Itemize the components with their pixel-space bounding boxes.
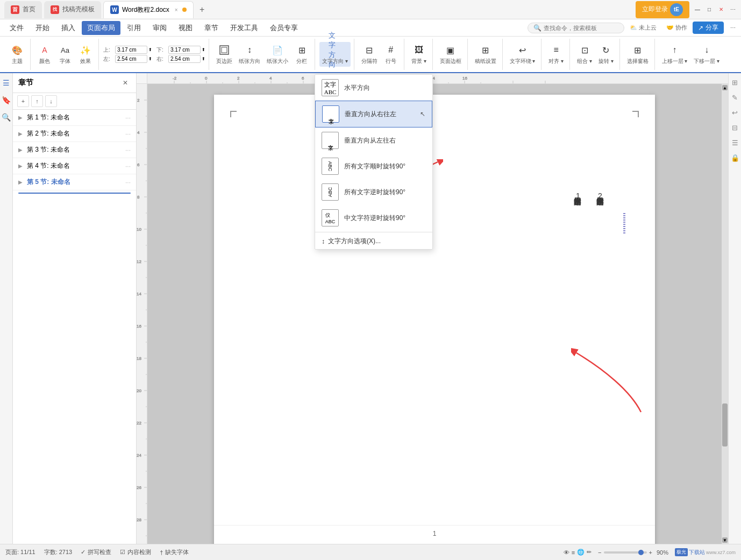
right-icon-4[interactable]: ⊟ (730, 123, 740, 132)
zoom-thumb[interactable] (638, 550, 644, 555)
chapter-item-5[interactable]: ▶ 第 5 节: 未命名 ··· (13, 174, 136, 190)
scroll-up-button[interactable]: ▲ (722, 85, 728, 90)
line-number-button[interactable]: # 行号 (381, 42, 401, 67)
v-scrollbar[interactable]: ▲ ▼ (722, 84, 728, 544)
nav-search-icon[interactable]: 🔍 (1, 112, 12, 123)
menu-opt-cjk-ccw90[interactable]: 仪ABC 中文字符逆时旋转90° (315, 205, 432, 231)
chapter-menu-3[interactable]: ··· (125, 146, 131, 154)
chapter-menu-2[interactable]: ··· (125, 130, 131, 138)
maximize-button[interactable]: □ (706, 6, 713, 13)
margin-top-input[interactable] (115, 46, 147, 54)
page-scroll[interactable]: 这里是举例文字内容2 这里是举例文字内容1 1 (147, 84, 722, 544)
margin-top-arrow[interactable]: ⬆ (148, 47, 152, 52)
contentcheck-status[interactable]: ☑ 内容检测 (120, 548, 151, 556)
right-icon-3[interactable]: ↩ (730, 108, 740, 117)
right-icon-1[interactable]: ⊞ (730, 77, 740, 87)
orientation-button[interactable]: ↕ 纸张方向 (236, 42, 263, 67)
menu-layout[interactable]: 页面布局 (82, 21, 120, 35)
text-direction-button[interactable]: 文字方向 文字方向 ▾ (319, 42, 351, 67)
margin-bottom-input[interactable] (168, 46, 201, 54)
view-icon-globe[interactable]: 🌐 (577, 549, 585, 556)
scroll-thumb[interactable] (722, 403, 728, 446)
zoom-slider[interactable] (604, 551, 647, 554)
sidebar-add-button[interactable]: + (17, 95, 29, 107)
margin-left-input[interactable] (115, 55, 147, 63)
selectpane-button[interactable]: ⊞ 选择窗格 (624, 42, 651, 67)
zoom-plus[interactable]: + (649, 549, 652, 556)
right-icon-5[interactable]: ☰ (730, 138, 740, 147)
menu-opt-horizontal[interactable]: 文字ABC 水平方向 (315, 75, 432, 101)
chapter-menu-5[interactable]: ··· (125, 179, 131, 186)
nav-chapters-icon[interactable]: ☰ (1, 77, 12, 88)
chapter-item-1[interactable]: ▶ 第 1 节: 未命名 ··· (13, 110, 136, 126)
menu-view[interactable]: 视图 (173, 21, 198, 35)
text-direction-dropdown[interactable]: 文字ABC 水平方向 文字 垂直方向从右往左 ↖ 文字 垂直方向从左往右 ABC… (315, 74, 433, 250)
menu-section[interactable]: 章节 (199, 21, 224, 35)
page-margin-button[interactable]: 页边距 (213, 42, 235, 67)
scroll-track[interactable] (722, 90, 728, 537)
rotate-button[interactable]: ↻ 旋转 ▾ (596, 42, 616, 67)
menu-home[interactable]: 开始 (30, 21, 55, 35)
share-button[interactable]: ↗ 分享 (693, 22, 724, 34)
right-icon-2[interactable]: ✎ (730, 93, 740, 102)
document-page[interactable]: 这里是举例文字内容2 这里是举例文字内容1 1 (214, 95, 655, 544)
scroll-down-button[interactable]: ▼ (722, 537, 728, 543)
menu-vip[interactable]: 会员专享 (265, 21, 303, 35)
login-button[interactable]: 立即登录 tE (636, 1, 689, 18)
tab-home[interactable]: 首 首页 (4, 1, 42, 18)
menu-opt-vert-rtl[interactable]: 文字 垂直方向从右往左 ↖ (315, 101, 432, 127)
menu-opt-ccw90[interactable]: ABC 所有文字逆时旋转90° (315, 179, 432, 205)
tab-add-button[interactable]: + (196, 3, 209, 16)
menu-file[interactable]: 文件 (4, 21, 29, 35)
missingfont-status[interactable]: † 缺失字体 (160, 548, 189, 556)
close-button[interactable]: ✕ (717, 6, 725, 13)
zoom-minus[interactable]: − (598, 549, 601, 556)
page-border-button[interactable]: ▣ 页面边框 (437, 42, 464, 67)
search-input[interactable] (544, 25, 608, 31)
menu-review[interactable]: 审阅 (147, 21, 172, 35)
theme-button[interactable]: 🎨 主题 (8, 42, 27, 67)
page-content[interactable]: 这里是举例文字内容2 这里是举例文字内容1 (214, 95, 655, 525)
menu-references[interactable]: 引用 (122, 21, 146, 35)
more-options-button[interactable]: ⋯ (729, 6, 737, 13)
spellcheck-status[interactable]: ✓ 拼写检查 (81, 548, 111, 556)
sidebar-up-button[interactable]: ↑ (31, 95, 43, 107)
menu-dev[interactable]: 开发工具 (225, 21, 263, 35)
menu-opt-vert-ltr[interactable]: 文字 垂直方向从左往右 (315, 127, 432, 153)
bring-front-button[interactable]: ↑ 上移一层 ▾ (659, 42, 690, 67)
draft-button[interactable]: ⊞ 稿纸设置 (472, 42, 499, 67)
chapter-item-4[interactable]: ▶ 第 4 节: 未命名 ··· (13, 158, 136, 174)
tab-close-icon[interactable]: × (175, 7, 178, 13)
menu-insert[interactable]: 插入 (56, 21, 81, 35)
sidebar-down-button[interactable]: ↓ (45, 95, 57, 107)
margin-right-arrow[interactable]: ⬆ (202, 56, 205, 61)
ribbon-more[interactable]: ⋯ (729, 24, 737, 32)
menu-opt-cw90[interactable]: ABC 所有文字顺时旋转90° (315, 153, 432, 179)
effect-button[interactable]: ✨ 效果 (76, 42, 95, 67)
columns-button[interactable]: ⊞ 分栏 (292, 42, 311, 67)
paper-size-button[interactable]: 📄 纸张大小 (264, 42, 291, 67)
margin-bottom-arrow[interactable]: ⬆ (202, 47, 205, 52)
zoom-control[interactable]: − + 90% (598, 549, 668, 556)
nav-bookmarks-icon[interactable]: 🔖 (1, 95, 12, 105)
coop-button[interactable]: 🤝 协作 (662, 22, 692, 33)
tab-doc[interactable]: W Word教程2.docx × (103, 1, 194, 18)
margin-right-input[interactable] (168, 55, 201, 63)
zoom-level[interactable]: 90% (657, 549, 668, 556)
search-box[interactable]: 🔍 (528, 23, 624, 33)
background-button[interactable]: 🖼 背景 ▾ (409, 42, 429, 67)
minimize-button[interactable]: — (694, 6, 701, 13)
sidebar-close-button[interactable]: ✕ (120, 77, 131, 88)
tab-template[interactable]: 找 找稿壳模板 (44, 1, 101, 18)
view-icon-list[interactable]: ≡ (572, 549, 575, 556)
textwrap-button[interactable]: ↩ 文字环绕 ▾ (507, 42, 538, 67)
separator-button[interactable]: ⊟ 分隔符 (359, 42, 380, 67)
right-icon-6[interactable]: 🔒 (730, 153, 740, 162)
chapter-item-2[interactable]: ▶ 第 2 节: 未命名 ··· (13, 126, 136, 142)
view-icon-edit[interactable]: ✏ (587, 549, 592, 556)
align-button[interactable]: ≡ 对齐 ▾ (546, 42, 566, 67)
chapter-menu-4[interactable]: ··· (125, 162, 131, 170)
menu-opt-extra[interactable]: ↕ 文字方向选项(X)... (315, 233, 432, 249)
chapter-menu-1[interactable]: ··· (125, 114, 131, 122)
group-button[interactable]: ⊡ 组合 ▾ (574, 42, 595, 67)
